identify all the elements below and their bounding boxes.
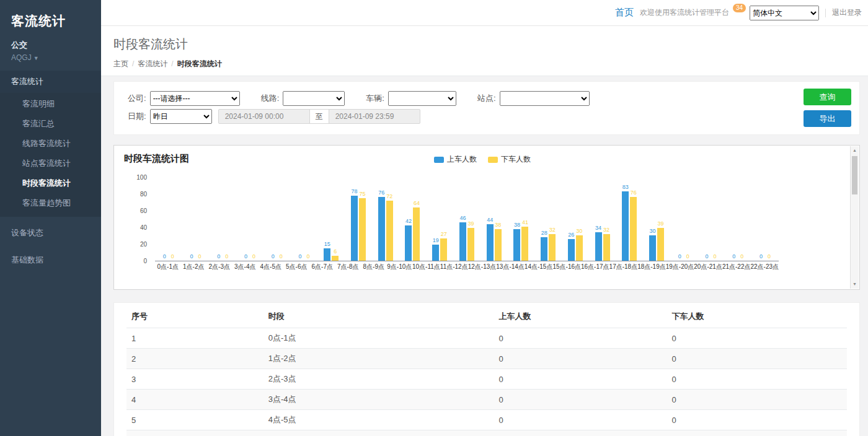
sidebar-subitem-passenger-summary[interactable]: 客流汇总 bbox=[0, 114, 101, 134]
table-cell: 0 bbox=[666, 410, 847, 430]
page-title: 时段客流统计 bbox=[113, 36, 868, 53]
table-body: 10点-1点0021点-2点0032点-3点0043点-4点0054点-5点00… bbox=[126, 328, 847, 436]
table-cell: 0 bbox=[494, 390, 667, 410]
bar-value-label: 0 bbox=[678, 254, 681, 259]
x-axis-label: 14点-15点 bbox=[525, 261, 553, 272]
bar-group: 2630 bbox=[562, 178, 589, 261]
filter-row-2: 日期: 昨日 至 bbox=[123, 109, 791, 124]
vehicle-select[interactable] bbox=[388, 91, 456, 106]
bar-value-label: 0 bbox=[244, 254, 247, 259]
sidebar-item-device-status[interactable]: 设备状态 bbox=[0, 222, 101, 244]
breadcrumb-home[interactable]: 主页 bbox=[113, 59, 128, 68]
date-to-input[interactable] bbox=[329, 109, 420, 124]
x-axis-label: 15点-16点 bbox=[552, 261, 581, 272]
x-axis-label: 7点-8点 bbox=[335, 261, 361, 272]
page-heading: 时段客流统计 主页/客流统计/时段客流统计 bbox=[101, 26, 868, 76]
table-cell: 0 bbox=[666, 328, 847, 349]
company-select[interactable]: ---请选择--- bbox=[150, 91, 240, 106]
station-select[interactable] bbox=[500, 91, 590, 106]
legend-swatch bbox=[488, 157, 498, 163]
table-cell: 1点-2点 bbox=[264, 349, 494, 369]
bar-value-label: 0 bbox=[163, 254, 166, 259]
welcome-text: 欢迎使用客流统计管理平台 bbox=[640, 7, 729, 18]
chart-header: 时段车流统计图 上车人数 下车人数 bbox=[124, 153, 841, 167]
legend-label: 上车人数 bbox=[447, 154, 477, 165]
bar-group: 2832 bbox=[534, 178, 562, 261]
bar bbox=[413, 207, 420, 261]
bar bbox=[513, 229, 520, 261]
bar-group: 3039 bbox=[643, 178, 670, 261]
bar-value-label: 0 bbox=[768, 254, 771, 259]
bar bbox=[467, 228, 474, 261]
sidebar-subitem-station-stats[interactable]: 站点客流统计 bbox=[0, 154, 101, 173]
bar bbox=[568, 239, 575, 261]
y-axis-label: 40 bbox=[140, 224, 147, 231]
table-cell: 0 bbox=[494, 430, 667, 436]
date-preset-select[interactable]: 昨日 bbox=[150, 109, 212, 124]
logout-link[interactable]: 退出登录 bbox=[832, 7, 862, 18]
x-axis-label: 5点-6点 bbox=[284, 261, 310, 272]
export-button[interactable]: 导出 bbox=[804, 110, 851, 127]
sidebar-subitem-time-period-stats[interactable]: 时段客流统计 bbox=[0, 173, 101, 193]
table-row: 43点-4点00 bbox=[126, 390, 847, 410]
home-link[interactable]: 首页 bbox=[615, 7, 634, 19]
sidebar: 客流统计 公交 AQGJ▼ 客流统计 客流明细 客流汇总 线路客流统计 站点客流… bbox=[0, 0, 101, 436]
line-select[interactable] bbox=[283, 91, 345, 106]
sidebar-item-base-data[interactable]: 基础数据 bbox=[0, 249, 101, 271]
x-axis-label: 3点-4点 bbox=[232, 261, 259, 272]
bar-value-label: 78 bbox=[351, 189, 357, 194]
bar-group: 1927 bbox=[426, 178, 453, 261]
table-header-cell: 序号 bbox=[126, 305, 264, 328]
table-cell: 2点-3点 bbox=[264, 369, 494, 390]
breadcrumb-passenger-stats[interactable]: 客流统计 bbox=[138, 59, 167, 68]
bar-group: 4438 bbox=[480, 178, 508, 261]
sidebar-item-passenger-stats[interactable]: 客流统计 bbox=[0, 71, 101, 93]
table-cell: 0 bbox=[494, 328, 667, 349]
app-root: 客流统计 公交 AQGJ▼ 客流统计 客流明细 客流汇总 线路客流统计 站点客流… bbox=[0, 0, 868, 436]
sidebar-subitem-trend-chart[interactable]: 客流量趋势图 bbox=[0, 193, 101, 213]
table-cell: 2 bbox=[126, 349, 264, 369]
table-cell: 6 bbox=[126, 430, 264, 436]
y-axis-label: 100 bbox=[136, 174, 147, 181]
table-header-row: 序号时段上车人数下车人数 bbox=[126, 305, 847, 328]
table-row: 54点-5点00 bbox=[126, 410, 847, 430]
chart-scrollbar[interactable]: ▲ ▼ bbox=[850, 146, 859, 289]
scroll-up-icon[interactable]: ▲ bbox=[851, 146, 859, 155]
table-row: 65点-6点00 bbox=[126, 430, 847, 436]
bar-chart: 020406080100 000000000000156787576724264… bbox=[124, 178, 841, 272]
legend-item-boarding[interactable]: 上车人数 bbox=[434, 154, 477, 165]
bar-group: 00 bbox=[155, 178, 182, 261]
notification-badge[interactable]: 34 bbox=[733, 4, 746, 12]
legend-item-alighting[interactable]: 下车人数 bbox=[488, 154, 531, 165]
table-row: 10点-1点00 bbox=[126, 328, 847, 349]
scroll-down-icon[interactable]: ▼ bbox=[851, 280, 859, 289]
station-label: 站点: bbox=[477, 93, 496, 104]
bar-value-label: 38 bbox=[514, 222, 520, 228]
bar bbox=[351, 196, 358, 261]
bar-value-label: 0 bbox=[198, 254, 202, 259]
bar-value-label: 0 bbox=[252, 254, 255, 259]
breadcrumb-current: 时段客流统计 bbox=[177, 59, 222, 68]
x-axis-label: 12点-13点 bbox=[468, 261, 497, 272]
bar-value-label: 83 bbox=[622, 185, 629, 190]
app-title: 客流统计 bbox=[0, 0, 101, 30]
bar bbox=[386, 201, 393, 261]
bar-value-label: 0 bbox=[760, 254, 763, 259]
bar bbox=[359, 198, 366, 261]
sidebar-subitem-passenger-detail[interactable]: 客流明细 bbox=[0, 94, 101, 114]
query-button[interactable]: 查询 bbox=[804, 89, 851, 105]
table-cell: 4点-5点 bbox=[264, 410, 494, 430]
date-label: 日期: bbox=[128, 111, 146, 122]
language-select[interactable]: 简体中文 bbox=[750, 6, 819, 20]
bar bbox=[405, 225, 412, 261]
bar-group: 7875 bbox=[345, 178, 372, 261]
date-from-input[interactable] bbox=[218, 109, 310, 124]
bar-group: 00 bbox=[724, 178, 751, 261]
user-menu[interactable]: AQGJ▼ bbox=[11, 53, 90, 62]
scrollbar-thumb[interactable] bbox=[852, 156, 857, 194]
bar bbox=[603, 234, 610, 261]
sidebar-nav: 客流统计 客流明细 客流汇总 线路客流统计 站点客流统计 时段客流统计 客流量趋… bbox=[0, 71, 101, 271]
sidebar-subitem-line-stats[interactable]: 线路客流统计 bbox=[0, 134, 101, 154]
bar-value-label: 76 bbox=[631, 190, 637, 196]
bar bbox=[324, 248, 330, 261]
